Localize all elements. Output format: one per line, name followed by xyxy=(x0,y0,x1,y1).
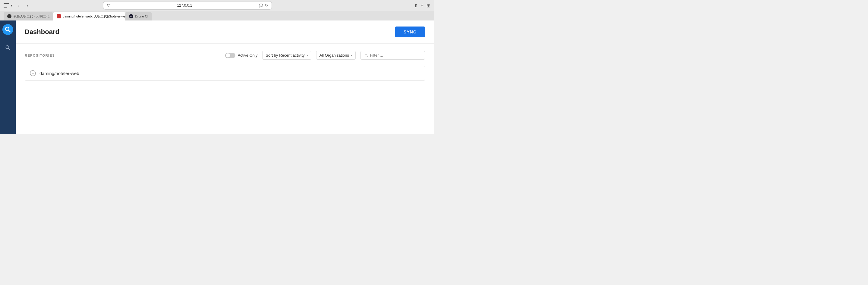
svg-line-1 xyxy=(9,30,10,32)
tab-favicon-gogs xyxy=(57,14,61,19)
svg-line-5 xyxy=(367,56,368,57)
url-text: 127.0.0.1 xyxy=(113,3,257,7)
tab-daming[interactable]: 我是大明二代 - 大明二代 xyxy=(4,12,53,21)
sort-dropdown-arrow: ▾ xyxy=(307,54,308,57)
address-bar[interactable]: 🛡 127.0.0.1 💬 ↻ xyxy=(103,1,272,10)
sidebar-toggle-button[interactable] xyxy=(4,3,9,7)
active-only-switch[interactable] xyxy=(225,53,236,58)
org-dropdown-arrow: ▾ xyxy=(351,54,352,57)
grid-button[interactable]: ⊞ xyxy=(427,3,430,8)
repos-section-label: REPOSITORIES xyxy=(25,54,220,57)
svg-line-3 xyxy=(8,48,10,50)
app-logo[interactable] xyxy=(2,24,13,35)
tab-label-gogs: daming/hoteler-web: 大明二代的hoteler-web 仓库的… xyxy=(63,14,125,19)
dashboard-header: Dashboard SYNC xyxy=(16,21,434,44)
browser-actions: ⬆ + ⊞ xyxy=(414,3,430,8)
page-title: Dashboard xyxy=(25,28,59,36)
tab-favicon-drone: ● xyxy=(129,14,133,19)
sort-dropdown[interactable]: Sort by Recent activity ▾ xyxy=(262,51,311,60)
repo-list: daming/hoteler-web xyxy=(25,66,425,81)
reload-button[interactable]: ↻ xyxy=(265,3,268,7)
table-row[interactable]: daming/hoteler-web xyxy=(25,66,425,81)
sync-button[interactable]: SYNC xyxy=(395,27,425,37)
active-only-label: Active Only xyxy=(238,53,258,58)
forward-button[interactable]: › xyxy=(24,2,31,9)
tab-label-daming: 我是大明二代 - 大明二代 xyxy=(13,14,50,19)
sort-label: Sort by Recent activity xyxy=(266,53,304,58)
new-tab-button[interactable]: + xyxy=(421,3,424,8)
org-label: All Organizations xyxy=(319,53,349,58)
filter-input-container[interactable] xyxy=(361,51,425,60)
tab-gogs[interactable]: daming/hoteler-web: 大明二代的hoteler-web 仓库的… xyxy=(53,12,125,21)
shield-icon: 🛡 xyxy=(107,3,111,7)
sidebar xyxy=(0,21,16,134)
app-layout: Dashboard SYNC REPOSITORIES Active Only … xyxy=(0,21,434,134)
repo-name: daming/hoteler-web xyxy=(39,71,79,76)
window-controls: ▾ xyxy=(4,3,13,7)
org-dropdown[interactable]: All Organizations ▾ xyxy=(316,51,355,60)
filter-input[interactable] xyxy=(370,53,421,58)
back-button[interactable]: ‹ xyxy=(15,2,22,9)
tab-drone[interactable]: ● Drone CI xyxy=(125,12,152,21)
title-bar: ▾ ‹ › 🛡 127.0.0.1 💬 ↻ ⬆ + ⊞ xyxy=(0,0,434,11)
tabs-row: 我是大明二代 - 大明二代 daming/hoteler-web: 大明二代的h… xyxy=(0,11,434,21)
chevron-down-icon[interactable]: ▾ xyxy=(11,4,13,7)
search-icon xyxy=(364,53,368,58)
reader-mode-icon[interactable]: 💬 xyxy=(259,4,263,7)
browser-chrome: ▾ ‹ › 🛡 127.0.0.1 💬 ↻ ⬆ + ⊞ 我是大明二代 - 大明二… xyxy=(0,0,434,21)
active-only-toggle[interactable]: Active Only xyxy=(225,53,258,58)
repo-status-icon xyxy=(30,70,36,76)
repos-toolbar: REPOSITORIES Active Only Sort by Recent … xyxy=(25,51,425,60)
toggle-knob xyxy=(226,53,230,58)
tab-favicon-daming xyxy=(7,14,11,19)
tab-label-drone: Drone CI xyxy=(135,14,148,18)
repos-section: REPOSITORIES Active Only Sort by Recent … xyxy=(16,44,434,88)
main-content: Dashboard SYNC REPOSITORIES Active Only … xyxy=(16,21,434,134)
sidebar-item-search[interactable] xyxy=(2,42,13,53)
share-button[interactable]: ⬆ xyxy=(414,3,418,8)
